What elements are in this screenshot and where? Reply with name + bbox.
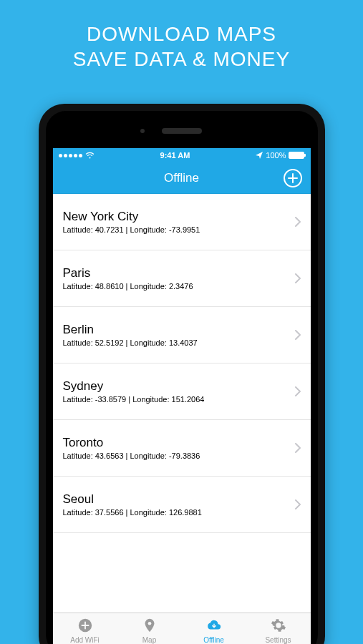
list-item-text: SeoulLatitude: 37.5566 | Longitude: 126.… [63, 492, 289, 517]
phone-frame: 9:41 AM 100% Offline New York CityLa [39, 104, 325, 644]
city-coords: Latitude: 52.5192 | Longitude: 13.4037 [63, 338, 289, 347]
list-item[interactable]: New York CityLatitude: 40.7231 | Longitu… [53, 194, 311, 250]
signal-dots-icon [59, 154, 82, 157]
map-icon [141, 618, 158, 635]
list-item[interactable]: SydneyLatitude: -33.8579 | Longitude: 15… [53, 364, 311, 420]
city-coords: Latitude: 48.8610 | Longitude: 2.3476 [63, 282, 289, 291]
tab-map[interactable]: Map [117, 613, 182, 644]
chevron-right-icon [295, 443, 301, 453]
tab-label: Add WiFi [70, 636, 100, 644]
list-item-text: SydneyLatitude: -33.8579 | Longitude: 15… [63, 379, 289, 404]
phone-screen: 9:41 AM 100% Offline New York CityLa [53, 148, 311, 644]
list-item-text: New York CityLatitude: 40.7231 | Longitu… [63, 210, 289, 234]
promo-line-1: DOWNLOAD MAPS [0, 21, 363, 47]
chevron-right-icon [295, 330, 301, 340]
phone-earpiece [162, 128, 202, 134]
chevron-right-icon [295, 217, 301, 227]
tab-bar: Add WiFiMapOfflineSettings [53, 613, 311, 644]
city-name: Sydney [63, 379, 289, 394]
promo-heading: DOWNLOAD MAPS SAVE DATA & MONEY [0, 0, 363, 72]
status-time: 9:41 AM [160, 151, 190, 160]
city-coords: Latitude: 43.6563 | Longitude: -79.3836 [63, 452, 289, 460]
tab-label: Settings [265, 636, 291, 644]
chevron-right-icon [295, 386, 301, 396]
svg-point-1 [147, 621, 151, 625]
location-arrow-icon [256, 152, 263, 159]
list-item[interactable]: BerlinLatitude: 52.5192 | Longitude: 13.… [53, 307, 311, 364]
tab-offline[interactable]: Offline [182, 613, 246, 644]
add-wifi-icon [77, 618, 94, 635]
status-right: 100% [256, 151, 304, 160]
list-item-text: ParisLatitude: 48.8610 | Longitude: 2.34… [63, 266, 289, 291]
status-bar: 9:41 AM 100% [53, 148, 311, 162]
city-list[interactable]: New York CityLatitude: 40.7231 | Longitu… [53, 194, 311, 613]
promo-line-2: SAVE DATA & MONEY [0, 47, 363, 72]
nav-bar: Offline [53, 162, 311, 194]
page-title: Offline [164, 171, 199, 185]
offline-icon [205, 618, 223, 635]
tab-settings[interactable]: Settings [246, 613, 311, 644]
wifi-icon [85, 152, 95, 159]
list-item[interactable]: TorontoLatitude: 43.6563 | Longitude: -7… [53, 420, 311, 477]
list-item-text: TorontoLatitude: 43.6563 | Longitude: -7… [63, 436, 289, 460]
city-name: Toronto [63, 436, 289, 450]
city-coords: Latitude: -33.8579 | Longitude: 151.2064 [63, 395, 289, 404]
add-button[interactable] [284, 169, 302, 187]
city-name: Berlin [63, 323, 289, 337]
city-coords: Latitude: 37.5566 | Longitude: 126.9881 [63, 508, 289, 517]
settings-icon [270, 618, 287, 635]
tab-label: Offline [203, 636, 224, 644]
battery-icon [289, 152, 304, 159]
city-name: Seoul [63, 492, 289, 507]
tab-add-wifi[interactable]: Add WiFi [53, 613, 117, 644]
chevron-right-icon [295, 499, 301, 509]
chevron-right-icon [295, 273, 301, 283]
city-name: New York City [63, 210, 289, 224]
phone-bezel: 9:41 AM 100% Offline New York CityLa [46, 111, 318, 644]
city-name: Paris [63, 266, 289, 280]
list-item[interactable]: SeoulLatitude: 37.5566 | Longitude: 126.… [53, 477, 311, 533]
city-coords: Latitude: 40.7231 | Longitude: -73.9951 [63, 225, 289, 234]
list-item-text: BerlinLatitude: 52.5192 | Longitude: 13.… [63, 323, 289, 347]
battery-percent: 100% [266, 151, 286, 160]
list-item[interactable]: ParisLatitude: 48.8610 | Longitude: 2.34… [53, 250, 311, 307]
tab-label: Map [142, 636, 156, 644]
status-left [59, 152, 95, 159]
plus-icon [288, 173, 298, 183]
